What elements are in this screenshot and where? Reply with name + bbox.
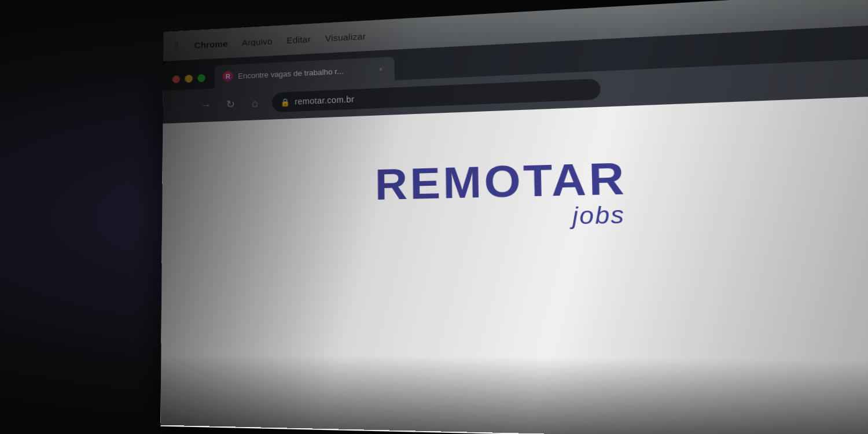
lock-icon: 🔒 xyxy=(280,97,290,106)
traffic-lights xyxy=(172,74,205,83)
brand-name-sub: jobs xyxy=(572,201,626,231)
brand-name-main: REMOTAR xyxy=(375,156,628,206)
remotar-logo: REMOTAR jobs xyxy=(375,156,628,234)
chrome-browser-window: R Encontre vagas de trabalho r... × ← → … xyxy=(160,25,868,434)
menu-arquivo[interactable]: Arquivo xyxy=(242,36,273,47)
traffic-light-fullscreen[interactable] xyxy=(197,74,205,82)
menu-visualizar[interactable]: Visualizar xyxy=(325,31,366,43)
tab-favicon: R xyxy=(223,71,233,82)
address-bar[interactable]: 🔒 remotar.com.br xyxy=(272,79,601,113)
browser-window-perspective:  Chrome Arquivo Editar Visualizar R Enc… xyxy=(160,0,868,434)
reload-button[interactable]: ↻ xyxy=(223,97,238,112)
forward-button[interactable]: → xyxy=(198,98,214,113)
url-text: remotar.com.br xyxy=(295,94,354,106)
tab-close-button[interactable]: × xyxy=(376,64,386,74)
traffic-light-close[interactable] xyxy=(172,75,180,83)
back-button[interactable]: ← xyxy=(174,98,189,114)
menu-editar[interactable]: Editar xyxy=(286,34,311,45)
home-button[interactable]: ⌂ xyxy=(247,95,262,111)
traffic-light-minimize[interactable] xyxy=(185,75,193,83)
page-content: REMOTAR jobs xyxy=(160,96,868,434)
tab-title: Encontre vagas de trabalho r... xyxy=(238,65,371,80)
menu-chrome[interactable]: Chrome xyxy=(194,38,228,50)
apple-icon:  xyxy=(175,40,179,52)
